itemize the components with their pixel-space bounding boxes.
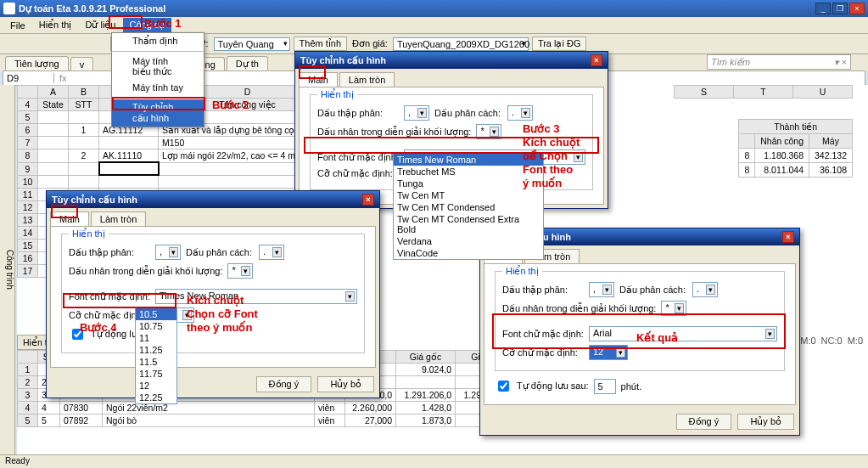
search-input[interactable]: Tìm kiếm▾ × (707, 54, 851, 70)
dialog-title: Tùy chỉnh cấu hình (300, 55, 591, 66)
font-dropdown-list[interactable]: Times New Roman Trebuchet MS Tunga Tw Ce… (393, 153, 544, 260)
menu-tuy-chinh[interactable]: Tùy chỉnh cấu hình (112, 99, 204, 127)
tinh-select[interactable]: Tuyên Quang (214, 37, 290, 51)
congcu-dropdown: Thẩm định Máy tính biểu thức Máy tính ta… (111, 32, 204, 127)
decimal-select[interactable]: , (589, 282, 614, 297)
decimal-select[interactable]: , (155, 245, 181, 260)
tab-main[interactable]: Main (299, 72, 338, 87)
tab-main[interactable]: Main (50, 211, 89, 226)
list-item[interactable]: 12 (136, 380, 176, 392)
mult-select[interactable]: * (476, 124, 501, 139)
dialog-title: Tùy chỉnh cấu hình (52, 195, 362, 206)
list-item[interactable]: 11.5 (136, 356, 176, 368)
separator-select[interactable]: . (507, 105, 533, 121)
table-row: 4407830Ngói 22viên/m2viên2.260,0001.428,… (18, 402, 557, 414)
them-tinh-button[interactable]: Thêm tỉnh (294, 37, 347, 51)
list-item[interactable]: Times New Roman (394, 154, 543, 166)
ok-button[interactable]: Đồng ý (676, 414, 732, 430)
table-row: 88.011.04436.108 (739, 163, 853, 178)
menu-tham-dinh[interactable]: Thẩm định (112, 33, 204, 49)
don-gia-label: Đơn giá: (350, 38, 389, 49)
table-row: 81.180.368342.132 (739, 149, 853, 163)
list-item[interactable]: Tunga (394, 178, 543, 189)
app-icon (3, 3, 15, 14)
list-item[interactable]: Tw Cen MT Condensed (394, 201, 543, 213)
list-item[interactable]: 10.75 (136, 320, 176, 332)
maximize-button[interactable]: ❐ (832, 3, 848, 14)
font-select[interactable]: Times New Roman (155, 289, 357, 304)
menu-file[interactable]: File (3, 19, 32, 32)
don-gia-select[interactable]: TuyenQuang_2009XD_DG1260 (393, 37, 529, 51)
config-dialog-2: Tùy chỉnh cấu hình× Main Làm tròn Hiển t… (46, 190, 380, 398)
tab-tien-luong[interactable]: Tiên lượng (5, 56, 69, 71)
menu-du-lieu[interactable]: Dữ liệu (78, 18, 122, 32)
side-panel: Công trình (0, 85, 15, 454)
fx-icon[interactable]: fx (54, 73, 72, 83)
ok-button[interactable]: Đồng ý (256, 376, 312, 392)
autosave-checkbox[interactable] (72, 329, 83, 340)
menubar: File Hiển thị Dữ liệu Công cụ (0, 17, 868, 34)
close-icon[interactable]: × (362, 194, 374, 206)
cancel-button[interactable]: Hủy bỏ (737, 414, 794, 430)
titlebar: Dự toán Eta 3.0.9.21 Professional _ ❐ × (0, 0, 868, 17)
tab-lam-tron[interactable]: Làm tròn (339, 72, 395, 87)
tab-2[interactable]: v (70, 57, 94, 71)
separator-select[interactable]: . (692, 282, 718, 297)
status-bar: Ready (0, 454, 868, 468)
size-select[interactable]: 12 (589, 345, 628, 360)
close-icon[interactable]: × (591, 54, 602, 66)
list-item[interactable]: Tw Cen MT (394, 189, 543, 201)
close-button[interactable]: × (849, 3, 865, 14)
autosave-checkbox[interactable] (498, 381, 509, 392)
size-dropdown-list[interactable]: 10.5 10.75 11 11.25 11.5 11.75 12 12.25 (135, 307, 177, 404)
menu-cong-cu[interactable]: Công cụ (123, 18, 172, 32)
mult-select[interactable]: * (661, 301, 686, 316)
thanh-tien-table: Thành tiền Nhân côngMáy 81.180.368342.13… (738, 119, 853, 178)
list-item[interactable]: 12.25 (136, 392, 176, 403)
menu-hien-thi[interactable]: Hiển thị (32, 18, 79, 32)
list-item[interactable]: 11.25 (136, 344, 176, 356)
menu-may-tinh-bieu-thuc[interactable]: Máy tính biểu thức (112, 54, 204, 80)
decimal-select[interactable]: , (404, 105, 429, 121)
list-item[interactable]: Trebuchet MS (394, 166, 543, 178)
menu-may-tinh-tay[interactable]: Máy tính tay (112, 80, 204, 95)
list-item[interactable]: 11 (136, 332, 176, 344)
autosave-value[interactable] (594, 379, 616, 394)
close-icon[interactable]: × (782, 231, 794, 243)
tab-du-th[interactable]: Dự th (227, 56, 268, 71)
tab-lam-tron[interactable]: Làm tròn (91, 211, 146, 226)
separator-select[interactable]: . (259, 245, 284, 260)
tra-lai-button[interactable]: Tra lại ĐG (532, 37, 587, 51)
table-row: 5507892Ngói bòviên27,0001.873,01.873,01.… (18, 414, 557, 427)
list-item[interactable]: VinaCode (394, 247, 543, 259)
list-item[interactable]: Tw Cen MT Condensed Extra Bold (394, 213, 543, 235)
app-title: Dự toán Eta 3.0.9.21 Professional (19, 3, 815, 14)
list-item[interactable]: 11.75 (136, 368, 176, 380)
font-select[interactable]: Arial (589, 326, 777, 341)
mult-select[interactable]: * (227, 263, 253, 279)
minimize-button[interactable]: _ (815, 3, 831, 14)
cancel-button[interactable]: Hủy bỏ (317, 376, 374, 392)
list-item[interactable]: Verdana (394, 235, 543, 247)
cell-reference[interactable]: D9 (3, 73, 54, 83)
list-item[interactable]: 10.5 (136, 308, 176, 320)
